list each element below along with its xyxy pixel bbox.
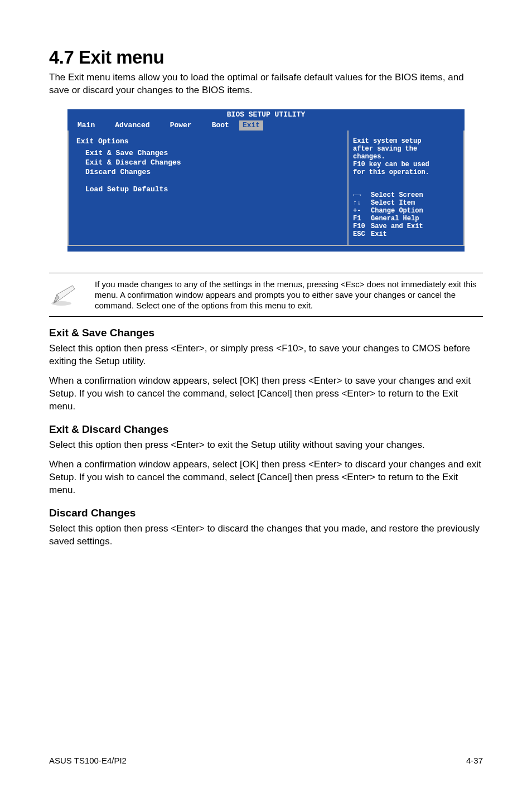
tab-exit[interactable]: Exit: [239, 120, 263, 131]
key-legend: ←→Select Screen ↑↓Select Item +-Change O…: [353, 191, 459, 238]
bios-menubar: Main Advanced Power Boot Exit: [67, 109, 465, 131]
arrow-ud-icon: ↑↓: [353, 199, 367, 207]
tab-main[interactable]: Main: [67, 120, 105, 131]
body-paragraph: Select this option then press <Enter>, o…: [49, 342, 483, 368]
option-exit-save[interactable]: Exit & Save Changes: [85, 149, 340, 157]
help-label: Save and Exit: [371, 223, 423, 230]
key-f10: F10: [353, 223, 367, 230]
lead-paragraph: The Exit menu items allow you to load th…: [49, 71, 483, 97]
bios-help-panel: Exit system setup after saving the chang…: [349, 131, 463, 245]
help-label: Exit: [371, 230, 387, 238]
bios-options-panel: Exit Options Exit & Save Changes Exit & …: [69, 131, 349, 245]
key-f1: F1: [353, 215, 367, 223]
help-text-line: Exit system setup: [353, 137, 459, 145]
tab-power[interactable]: Power: [160, 120, 202, 131]
help-label: General Help: [371, 215, 419, 223]
key-esc: ESC: [353, 230, 367, 238]
help-label: Change Option: [371, 207, 423, 215]
body-paragraph: Select this option then press <Enter> to…: [49, 523, 483, 548]
note-callout: If you made changes to any of the settin…: [49, 273, 483, 317]
body-paragraph: Select this option then press <Enter> to…: [49, 439, 483, 452]
section-heading: Exit & Discard Changes: [49, 423, 483, 436]
footer-right: 4-37: [466, 756, 483, 765]
spacer: [85, 177, 340, 184]
bios-footer-bar: [67, 246, 465, 252]
section-heading: Exit & Save Changes: [49, 327, 483, 339]
tab-advanced[interactable]: Advanced: [105, 120, 159, 131]
options-header: Exit Options: [76, 137, 340, 146]
help-label: Select Item: [371, 199, 415, 207]
footer-left: ASUS TS100-E4/PI2: [49, 756, 127, 765]
help-label: Select Screen: [371, 191, 423, 199]
help-text-line: F10 key can be used: [353, 161, 459, 168]
help-text-line: for this operation.: [353, 168, 459, 176]
arrow-lr-icon: ←→: [353, 191, 367, 199]
page-footer: ASUS TS100-E4/PI2 4-37: [49, 756, 483, 765]
help-text-line: changes.: [353, 153, 459, 161]
note-text: If you made changes to any of the settin…: [95, 279, 483, 311]
body-paragraph: When a confirmation window appears, sele…: [49, 375, 483, 413]
body-paragraph: When a confirmation window appears, sele…: [49, 458, 483, 497]
pencil-icon: [49, 279, 78, 307]
option-load-defaults[interactable]: Load Setup Defaults: [85, 185, 340, 194]
tab-boot[interactable]: Boot: [202, 120, 239, 131]
option-exit-discard[interactable]: Exit & Discard Changes: [85, 158, 340, 167]
key-plusminus: +-: [353, 207, 367, 215]
section-heading: Discard Changes: [49, 507, 483, 519]
option-discard[interactable]: Discard Changes: [85, 168, 340, 176]
page-title: 4.7 Exit menu: [49, 47, 483, 68]
bios-screenshot: BIOS SETUP UTILITY Main Advanced Power B…: [67, 109, 465, 252]
help-text-line: after saving the: [353, 145, 459, 153]
